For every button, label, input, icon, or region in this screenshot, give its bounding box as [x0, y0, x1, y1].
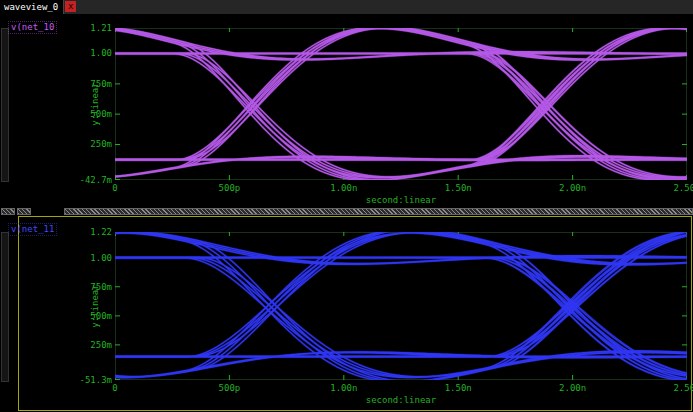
x-axis-ticks: 0500p1.00n1.50n2.00n2.50n — [115, 383, 687, 393]
y-tick-label: 500m — [70, 311, 112, 321]
splitter-handle[interactable] — [17, 208, 31, 215]
y-tick-label: 1.21 — [70, 23, 112, 33]
close-button[interactable]: x — [65, 1, 76, 12]
x-axis-ticks: 0500p1.00n1.50n2.00n2.50n — [115, 183, 687, 193]
panel-scrollbar[interactable] — [1, 28, 9, 182]
y-tick-label: 500m — [70, 109, 112, 119]
y-tick-label: 1.22 — [70, 227, 112, 237]
eye-diagram-canvas[interactable] — [115, 232, 687, 380]
x-tick-label: 1.50n — [438, 183, 478, 193]
y-tick-label: 750m — [70, 79, 112, 89]
x-tick-label: 2.00n — [553, 383, 593, 393]
waveform-panel-2: v(net_11 y:linear 1.221.00750m500m250m-5… — [0, 216, 693, 412]
x-tick-label: 1.00n — [324, 183, 364, 193]
x-tick-label: 2.00n — [553, 183, 593, 193]
waveform-panel-1: v(net_10 y:linear 1.211.00750m500m250m-4… — [0, 14, 693, 207]
signal-name-label[interactable]: v(net_10 — [8, 21, 57, 34]
x-tick-label: 500p — [209, 183, 249, 193]
y-axis-ticks: 1.221.00750m500m250m-51.3m — [70, 232, 113, 380]
y-tick-label: 250m — [70, 340, 112, 350]
panel-splitter[interactable] — [0, 207, 693, 216]
y-tick-label: 1.00 — [70, 253, 112, 263]
horizontal-scrollbar[interactable] — [64, 208, 693, 215]
x-tick-label: 2.50n — [667, 183, 693, 193]
panel-scrollbar[interactable] — [1, 232, 9, 382]
signal-name-label[interactable]: v(net_11 — [8, 223, 57, 236]
y-tick-label: 1.00 — [70, 48, 112, 58]
x-axis-label: second:linear — [115, 395, 687, 405]
eye-diagram-canvas[interactable] — [115, 28, 687, 180]
y-tick-label: 250m — [70, 139, 112, 149]
window-title-tab[interactable]: waveview_0 — [0, 0, 64, 14]
x-axis-label: second:linear — [115, 195, 687, 205]
x-tick-label: 2.50n — [667, 383, 693, 393]
window-title: waveview_0 — [4, 2, 58, 12]
waveview-window: waveview_0 x v(net_10 y:linear 1.211.007… — [0, 0, 693, 412]
titlebar-fill — [76, 0, 693, 14]
x-tick-label: 0 — [95, 383, 135, 393]
x-tick-label: 1.00n — [324, 383, 364, 393]
y-tick-label: 750m — [70, 282, 112, 292]
y-axis-ticks: 1.211.00750m500m250m-42.7m — [70, 28, 113, 180]
title-bar: waveview_0 x — [0, 0, 693, 14]
splitter-handle[interactable] — [1, 208, 15, 215]
x-tick-label: 500p — [209, 383, 249, 393]
x-tick-label: 1.50n — [438, 383, 478, 393]
x-tick-label: 0 — [95, 183, 135, 193]
